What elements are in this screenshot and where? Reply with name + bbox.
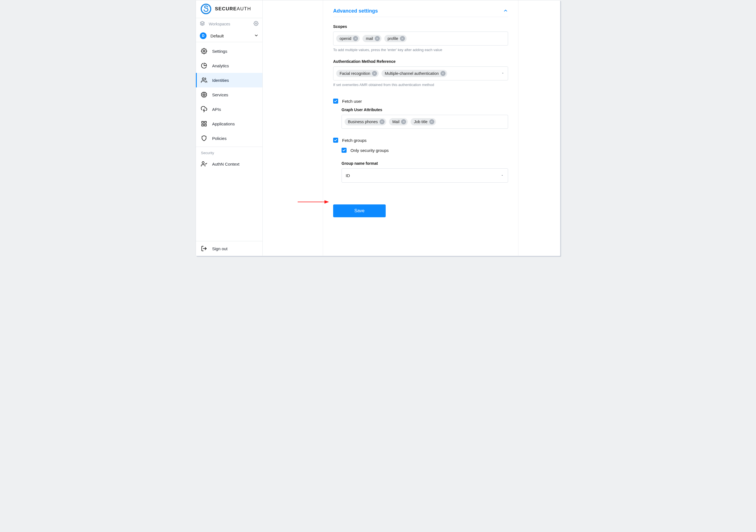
- chip-profile: profile✕: [384, 35, 407, 42]
- only-security-label: Only security groups: [350, 148, 389, 153]
- workspaces-label: Workspaces: [209, 22, 250, 26]
- sidebar-item-policies[interactable]: Policies: [196, 131, 262, 145]
- chip-remove-icon[interactable]: ✕: [380, 119, 385, 124]
- chip-remove-icon[interactable]: ✕: [372, 71, 377, 76]
- chip-openid: openid✕: [336, 35, 360, 42]
- amr-input[interactable]: Facial recognition✕ Multiple-channel aut…: [333, 66, 508, 80]
- graph-attrs-input[interactable]: Business phones✕ Mail✕ Job title✕: [341, 115, 508, 129]
- fetch-groups-checkbox-row: Fetch groups: [333, 138, 508, 143]
- cloud-bolt-icon: [201, 106, 207, 112]
- brand-logo-row: SECUREAUTH: [196, 0, 262, 18]
- chip-mca: Multiple-channel authentication✕: [382, 70, 447, 77]
- sidebar-item-label: AuthN Context: [212, 162, 239, 166]
- amr-section: Authentication Method Reference Facial r…: [333, 59, 508, 87]
- fetch-user-checkbox[interactable]: [333, 99, 338, 104]
- sidebar-item-label: Policies: [212, 136, 227, 141]
- svg-point-2: [256, 23, 257, 24]
- grid-icon: [201, 121, 207, 127]
- panel-title: Advanced settings: [333, 8, 378, 14]
- graph-attrs-label: Graph User Attributes: [341, 108, 508, 112]
- sidebar-item-label: Analytics: [212, 63, 229, 68]
- scopes-input[interactable]: openid✕ mail✕ profile✕: [333, 32, 508, 45]
- dropdown-icon[interactable]: [501, 71, 504, 76]
- chevron-down-icon: [254, 33, 258, 38]
- workspace-pick[interactable]: D Default: [196, 30, 262, 42]
- sign-out-button[interactable]: Sign out: [196, 241, 262, 256]
- logout-icon: [201, 245, 207, 252]
- sidebar-item-analytics[interactable]: Analytics: [196, 58, 262, 73]
- chip-remove-icon[interactable]: ✕: [375, 36, 380, 41]
- advanced-settings-header[interactable]: Advanced settings: [333, 8, 508, 17]
- scopes-label: Scopes: [333, 24, 508, 29]
- sidebar-item-label: Identities: [212, 78, 229, 83]
- chevron-up-icon: [503, 8, 508, 14]
- sidebar-item-settings[interactable]: Settings: [196, 44, 262, 58]
- svg-rect-17: [204, 124, 206, 126]
- svg-marker-1: [201, 21, 204, 24]
- amr-label: Authentication Method Reference: [333, 59, 508, 64]
- dropdown-icon: [500, 173, 504, 178]
- gear-icon[interactable]: [254, 21, 258, 27]
- sidebar-item-label: Settings: [212, 49, 227, 54]
- sidebar-item-apis[interactable]: APIs: [196, 102, 262, 116]
- svg-point-3: [203, 50, 205, 52]
- main-panel: Advanced settings Scopes openid✕ mail✕ p…: [263, 0, 560, 256]
- fetch-user-checkbox-row: Fetch user: [333, 99, 508, 104]
- fetch-groups-section: Fetch groups Only security groups Group …: [333, 138, 508, 183]
- workspaces-selector[interactable]: Workspaces: [196, 18, 262, 30]
- users-icon: [201, 77, 207, 83]
- fetch-user-label: Fetch user: [342, 99, 362, 104]
- brand-name: SECUREAUTH: [215, 6, 251, 12]
- chip-remove-icon[interactable]: ✕: [429, 119, 434, 124]
- save-button[interactable]: Save: [333, 204, 386, 217]
- sidebar-item-identities[interactable]: Identities: [196, 73, 262, 88]
- group-format-value: ID: [346, 173, 350, 178]
- workspace-avatar: D: [200, 32, 206, 39]
- sidebar-item-authn-context[interactable]: AuthN Context: [196, 157, 262, 171]
- graph-attrs-section: Graph User Attributes Business phones✕ M…: [341, 108, 508, 129]
- cpu-icon: [201, 91, 207, 98]
- scopes-help: To add multiple values, press the 'enter…: [333, 48, 508, 52]
- svg-rect-5: [202, 93, 206, 97]
- pie-chart-icon: [201, 63, 207, 69]
- user-check-icon: [201, 161, 207, 167]
- group-format-label: Group name format: [341, 161, 508, 165]
- chip-remove-icon[interactable]: ✕: [353, 36, 358, 41]
- chip-facial: Facial recognition✕: [336, 70, 379, 77]
- advanced-settings-card: Advanced settings Scopes openid✕ mail✕ p…: [323, 0, 519, 256]
- app-window: SECUREAUTH Workspaces D Default: [196, 0, 560, 256]
- fetch-user-section: Fetch user Graph User Attributes Busines…: [333, 99, 508, 129]
- chip-mail: mail✕: [363, 35, 382, 42]
- chip-mail-attr: Mail✕: [389, 118, 408, 125]
- chip-business-phones: Business phones✕: [345, 118, 386, 125]
- svg-rect-16: [204, 121, 206, 123]
- security-section-label: Security: [196, 147, 262, 157]
- chip-remove-icon[interactable]: ✕: [400, 36, 405, 41]
- group-format-select[interactable]: ID: [341, 168, 508, 183]
- sidebar: SECUREAUTH Workspaces D Default: [196, 0, 263, 256]
- brand-logo-icon: [201, 3, 212, 14]
- group-format-section: Group name format ID: [341, 161, 508, 183]
- sidebar-item-applications[interactable]: Applications: [196, 116, 262, 131]
- shield-icon: [201, 135, 207, 141]
- only-security-checkbox-row: Only security groups: [341, 148, 508, 153]
- sidebar-item-label: Services: [212, 92, 228, 97]
- svg-rect-15: [202, 121, 203, 123]
- svg-point-19: [202, 162, 204, 164]
- sign-out-label: Sign out: [212, 246, 228, 251]
- svg-rect-6: [203, 94, 205, 95]
- chip-job-title: Job title✕: [411, 118, 436, 125]
- svg-rect-18: [202, 124, 203, 126]
- sidebar-item-services[interactable]: Services: [196, 88, 262, 102]
- workspace-name: Default: [210, 34, 250, 38]
- only-security-checkbox[interactable]: [341, 148, 347, 153]
- chip-remove-icon[interactable]: ✕: [401, 119, 406, 124]
- chip-remove-icon[interactable]: ✕: [441, 71, 446, 76]
- layers-icon: [200, 21, 205, 27]
- fetch-groups-checkbox[interactable]: [333, 138, 338, 143]
- scopes-section: Scopes openid✕ mail✕ profile✕ To add mul…: [333, 24, 508, 52]
- gear-icon: [201, 48, 207, 54]
- amr-help: If set overwrites AMR obtained from this…: [333, 83, 508, 87]
- sidebar-item-label: APIs: [212, 107, 221, 112]
- sidebar-item-label: Applications: [212, 121, 235, 126]
